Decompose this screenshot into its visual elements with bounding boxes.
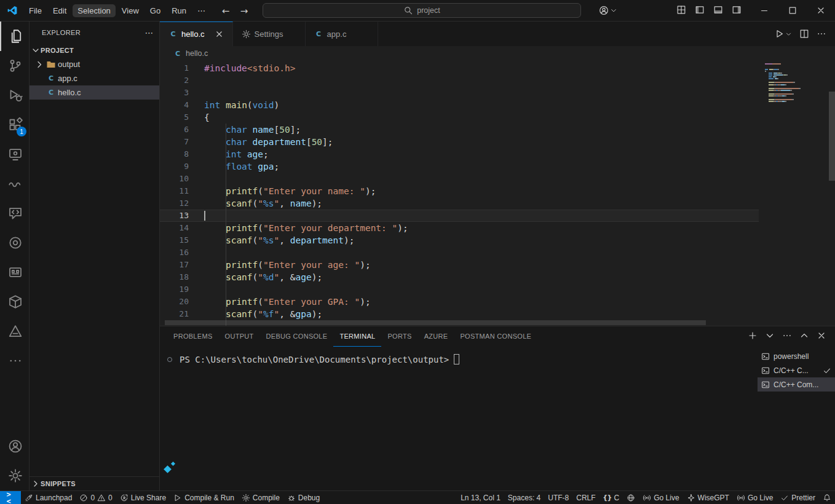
status-notifications[interactable] — [819, 491, 835, 504]
code-line[interactable]: 1#include<stdio.h> — [160, 62, 759, 74]
terminal-item-powershell[interactable]: powershell — [758, 349, 835, 363]
activity-manage-settings[interactable] — [0, 461, 29, 490]
status-remote[interactable]: >< — [0, 491, 21, 504]
panel-tab-problems[interactable]: PROBLEMS — [167, 326, 219, 347]
status-encoding[interactable]: UTF-8 — [544, 491, 572, 504]
panel-tab-postman-console[interactable]: POSTMAN CONSOLE — [454, 326, 537, 347]
maximize-button[interactable] — [778, 0, 807, 21]
menu-file[interactable]: File — [24, 4, 47, 17]
code-line[interactable]: 16 — [160, 246, 759, 259]
activity-cmake[interactable] — [0, 317, 29, 346]
split-editor-button[interactable] — [799, 29, 809, 39]
status-language-mode[interactable]: {}C — [600, 491, 623, 504]
status-prettier[interactable]: Prettier — [777, 491, 819, 504]
code-line[interactable]: 2 — [160, 74, 759, 87]
activity-spring-dashboard[interactable] — [0, 169, 29, 199]
status-go-live[interactable]: Go Live — [639, 491, 683, 504]
code-line[interactable]: 10 — [160, 173, 759, 185]
menu-more[interactable]: ⋯ — [192, 4, 210, 17]
code-line[interactable]: 5{ — [160, 111, 759, 124]
code-line[interactable]: 7 char department[50]; — [160, 136, 759, 148]
maximize-panel-button[interactable] — [799, 331, 809, 342]
menu-selection[interactable]: Selection — [73, 4, 115, 17]
tab-app-c[interactable]: Capp.c — [306, 22, 378, 46]
code-line[interactable]: 9 float gpa; — [160, 160, 759, 173]
menu-go[interactable]: Go — [145, 4, 165, 17]
code-line[interactable]: 4int main(void) — [160, 99, 759, 111]
file-output[interactable]: output — [30, 57, 159, 71]
code-line[interactable]: 6 char name[50]; — [160, 124, 759, 136]
activity-packages[interactable] — [0, 287, 29, 317]
minimap[interactable] — [765, 63, 826, 103]
status-live-share[interactable]: Live Share — [116, 491, 170, 504]
close-icon[interactable] — [215, 30, 224, 39]
status-compile[interactable]: Compile — [238, 491, 283, 504]
activity-code-chat[interactable] — [0, 199, 29, 228]
file-hello-c[interactable]: Chello.c — [30, 85, 159, 100]
status-eol[interactable]: CRLF — [572, 491, 599, 504]
terminal-output[interactable]: PS C:\Users\tochu\OneDrive\Documents\pro… — [160, 347, 758, 490]
profile-button[interactable] — [599, 6, 617, 15]
code-line[interactable]: 3 — [160, 87, 759, 99]
code-line[interactable]: 18 scanf("%d", &age); — [160, 271, 759, 283]
code-line[interactable]: 12 scanf("%s", name); — [160, 197, 759, 210]
customize-layout-button[interactable] — [676, 5, 686, 17]
forward-button[interactable]: → — [238, 6, 250, 16]
toggle-panel-button[interactable] — [713, 5, 723, 17]
status-cursor-position[interactable]: Ln 13, Col 1 — [457, 491, 504, 504]
panel-more-button[interactable] — [782, 331, 792, 342]
activity-remote-explorer[interactable] — [0, 140, 29, 169]
code-line[interactable]: 14 printf("Enter your department: "); — [160, 222, 759, 234]
file-app-c[interactable]: Capp.c — [30, 71, 159, 85]
toggle-secondary-sidebar-button[interactable] — [732, 5, 742, 17]
terminal-item-c-c-c-[interactable]: C/C++ C... — [758, 363, 835, 377]
menu-edit[interactable]: Edit — [48, 4, 71, 17]
activity-extensions[interactable]: 1 — [0, 110, 29, 140]
explorer-more-icon[interactable]: ⋯ — [144, 28, 154, 37]
terminal-item-c-c-com-[interactable]: C/C++ Com... — [758, 377, 835, 392]
code-line[interactable]: 8 int age; — [160, 148, 759, 160]
new-terminal-button[interactable] — [748, 331, 758, 342]
code-line[interactable]: 19 — [160, 283, 759, 296]
activity-run-and-debug[interactable] — [0, 81, 29, 110]
activity-containers[interactable] — [0, 258, 29, 287]
terminal-launch-profile-button[interactable] — [765, 331, 775, 342]
activity-additional-views[interactable] — [0, 346, 29, 376]
tab-settings[interactable]: Settings — [233, 22, 306, 46]
activity-api-client[interactable] — [0, 228, 29, 258]
code-editor[interactable]: 1#include<stdio.h>234int main(void)5{6 c… — [160, 61, 835, 326]
status-compile-and-run[interactable]: Compile & Run — [170, 491, 238, 504]
status-indentation[interactable]: Spaces: 4 — [504, 491, 544, 504]
panel-tab-azure[interactable]: AZURE — [418, 326, 454, 347]
close-panel-button[interactable] — [817, 331, 826, 342]
code-line[interactable]: 17 printf("Enter your age: "); — [160, 259, 759, 271]
status-problems[interactable]: 00 — [76, 491, 116, 504]
back-button[interactable]: ← — [220, 6, 232, 16]
panel-tab-output[interactable]: OUTPUT — [219, 326, 260, 347]
status-globe[interactable] — [623, 491, 639, 504]
code-line[interactable]: 11 printf("Enter your name: "); — [160, 185, 759, 197]
activity-accounts[interactable] — [0, 431, 29, 461]
activity-source-control[interactable] — [0, 51, 29, 81]
run-code-button[interactable] — [775, 29, 792, 39]
menu-view[interactable]: View — [117, 4, 144, 17]
status-launchpad[interactable]: Launchpad — [21, 491, 76, 504]
panel-tab-terminal[interactable]: TERMINAL — [333, 326, 381, 347]
panel-tab-debug-console[interactable]: DEBUG CONSOLE — [260, 326, 334, 347]
panel-tab-ports[interactable]: PORTS — [381, 326, 418, 347]
snippets-section-header[interactable]: SNIPPETS — [30, 476, 159, 490]
code-line[interactable]: 21 scanf("%f", &gpa); — [160, 308, 759, 320]
status-wisegpt[interactable]: WiseGPT — [683, 491, 733, 504]
minimize-button[interactable] — [750, 0, 778, 21]
status-debug[interactable]: Debug — [283, 491, 323, 504]
project-section-header[interactable]: PROJECT — [30, 43, 159, 57]
horizontal-scrollbar[interactable] — [165, 320, 706, 325]
activity-explorer[interactable] — [0, 22, 29, 51]
code-line[interactable]: 15 scanf("%s", department); — [160, 234, 759, 246]
editor-more-button[interactable] — [817, 29, 826, 39]
tab-hello-c[interactable]: Chello.c — [160, 22, 233, 46]
status-go-live-2[interactable]: Go Live — [733, 491, 777, 504]
breadcrumb[interactable]: C hello.c — [160, 46, 835, 61]
menu-run[interactable]: Run — [167, 4, 191, 17]
code-line[interactable]: 20 printf("Enter your GPA: "); — [160, 296, 759, 308]
